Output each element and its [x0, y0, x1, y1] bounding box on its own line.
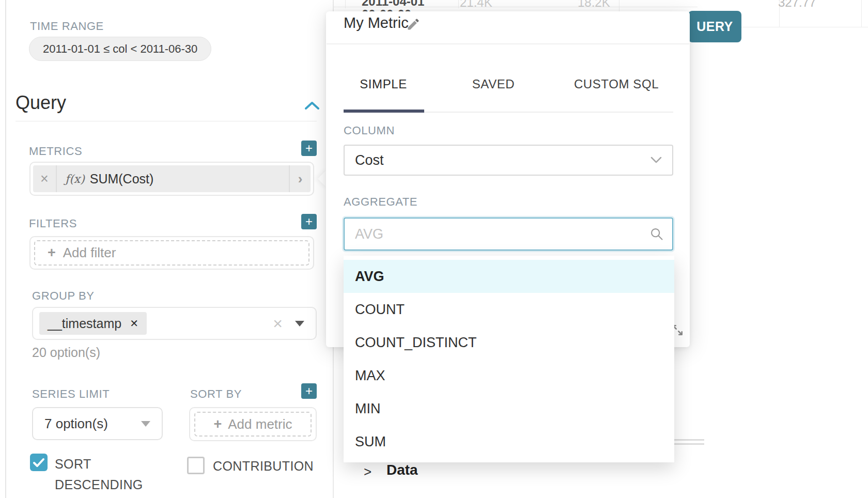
tab-custom-sql[interactable]: CUSTOM SQL: [558, 71, 675, 97]
table-row-border: [741, 27, 868, 27]
option-count-distinct[interactable]: COUNT_DISTINCT: [344, 326, 674, 359]
section-border: [673, 443, 704, 445]
table-cell-value: 18.2K: [578, 0, 610, 10]
group-by-label: GROUP BY: [32, 289, 95, 303]
checkbox-checked-icon[interactable]: [30, 454, 48, 471]
collapse-chevron-up-icon[interactable]: [305, 101, 319, 110]
table-cell-value: 327.77: [778, 0, 816, 10]
metrics-container: × ƒ(x) SUM(Cost) ›: [29, 162, 314, 196]
column-label: COLUMN: [344, 124, 395, 137]
option-min[interactable]: MIN: [344, 392, 674, 425]
add-sort-metric-plus-button[interactable]: +: [301, 383, 317, 399]
metric-name: SUM(Cost): [90, 172, 154, 186]
divider: [327, 43, 689, 44]
section-border: [673, 439, 704, 441]
active-tab-underline: [344, 110, 424, 113]
chevron-down-icon: [650, 157, 662, 164]
aggregate-search-input[interactable]: [344, 217, 673, 251]
metrics-label: METRICS: [29, 145, 82, 158]
dropdown-caret-icon[interactable]: [295, 321, 304, 326]
dropdown-caret-icon: [141, 421, 150, 427]
sort-by-label: SORT BY: [190, 387, 242, 401]
divider: [16, 121, 317, 121]
column-select[interactable]: Cost: [344, 145, 673, 176]
plus-icon: +: [213, 416, 222, 432]
tab-simple[interactable]: SIMPLE: [343, 71, 424, 97]
group-by-select[interactable]: __timestamp ✕ ×: [32, 307, 317, 340]
aggregate-options-dropdown: AVG COUNT COUNT_DISTINCT MAX MIN SUM: [344, 256, 674, 462]
option-count[interactable]: COUNT: [344, 293, 674, 326]
sort-descending-checkbox-row[interactable]: SORT DESCENDING: [30, 454, 138, 495]
sort-by-container: + Add metric: [189, 407, 317, 441]
checkbox-unchecked-icon[interactable]: [187, 457, 205, 474]
add-metric-placeholder: Add metric: [228, 416, 292, 432]
fx-icon: ƒ(x): [65, 173, 85, 185]
add-filter-plus-button[interactable]: +: [301, 214, 317, 229]
clear-select-icon[interactable]: ×: [273, 315, 283, 332]
series-limit-value: 7 option(s): [44, 416, 108, 432]
tag-remove-icon[interactable]: ✕: [130, 317, 138, 330]
metric-pill[interactable]: × ƒ(x) SUM(Cost) ›: [33, 165, 311, 192]
edit-pencil-icon[interactable]: [406, 17, 421, 32]
filters-label: FILTERS: [29, 217, 77, 230]
column-value: Cost: [355, 152, 384, 168]
filters-container: + Add filter: [29, 236, 314, 270]
time-range-label: TIME RANGE: [30, 20, 104, 33]
aggregate-label: AGGREGATE: [344, 195, 417, 209]
add-metric-plus-button[interactable]: +: [301, 141, 317, 156]
table-cell-value: 21.4K: [460, 0, 492, 10]
chart-builder-screen: 2011-04-01 00:00:00 21.4K 18.2K 327.77 U…: [0, 0, 868, 498]
option-sum[interactable]: SUM: [344, 425, 674, 458]
search-icon: [649, 227, 664, 241]
add-filter-placeholder: Add filter: [63, 245, 116, 261]
metric-title[interactable]: My Metric: [344, 14, 409, 32]
data-panel-title[interactable]: Data: [386, 462, 418, 478]
group-by-options-hint: 20 option(s): [32, 345, 100, 360]
sort-descending-label: SORT DESCENDING: [55, 454, 143, 495]
series-limit-select[interactable]: 7 option(s): [32, 407, 163, 440]
time-range-pill[interactable]: 2011-01-01 ≤ col < 2011-06-30: [29, 37, 211, 61]
add-filter-dropzone[interactable]: + Add filter: [34, 240, 309, 266]
group-by-tag-label: __timestamp: [48, 316, 121, 331]
plus-icon: +: [48, 245, 56, 261]
option-avg[interactable]: AVG: [344, 260, 674, 293]
contribution-label: CONTRIBUTION: [213, 456, 314, 476]
data-panel-chevron-icon[interactable]: >: [364, 464, 371, 480]
panel-left-border: [5, 0, 6, 498]
series-limit-label: SERIES LIMIT: [32, 387, 110, 401]
query-section-title: Query: [16, 92, 66, 114]
metric-pill-body[interactable]: ƒ(x) SUM(Cost): [57, 165, 289, 192]
table-column-border: [861, 0, 862, 27]
remove-metric-icon[interactable]: ×: [33, 165, 57, 192]
aggregate-input-wrap: [344, 217, 673, 251]
tab-saved[interactable]: SAVED: [455, 71, 532, 97]
run-query-button[interactable]: UERY: [688, 11, 741, 42]
contribution-checkbox-row[interactable]: CONTRIBUTION: [187, 456, 342, 476]
add-sort-metric-dropzone[interactable]: + Add metric: [194, 412, 312, 437]
group-by-tag[interactable]: __timestamp ✕: [39, 312, 147, 335]
option-max[interactable]: MAX: [344, 359, 674, 392]
metric-expand-chevron-icon[interactable]: ›: [289, 165, 311, 192]
